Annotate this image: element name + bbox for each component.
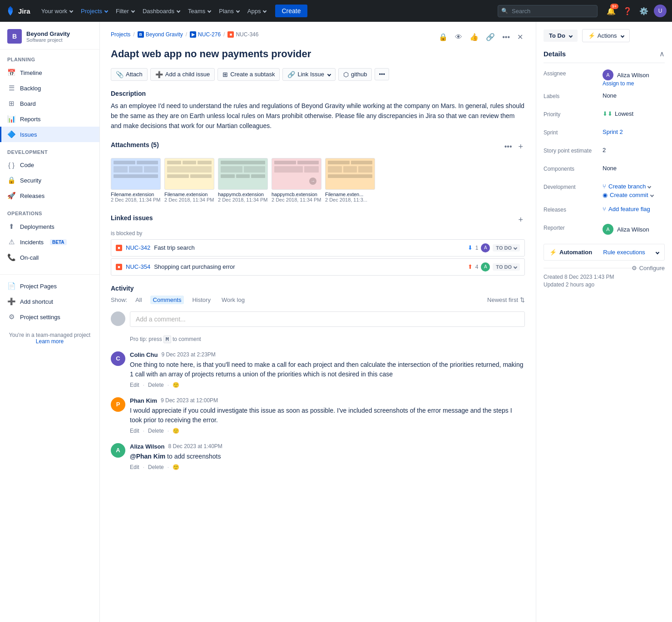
jira-logo[interactable]: Jira — [5, 6, 30, 16]
automation-header[interactable]: ⚡ Automation Rule executions — [544, 244, 664, 260]
sidebar: B Beyond Gravity Software project PLANNI… — [0, 22, 100, 622]
breadcrumb-beyond-gravity[interactable]: Beyond Gravity — [146, 31, 183, 38]
assignee-label: Assignee — [544, 69, 603, 77]
attachment-item[interactable]: Filename.exten... 2 Dec 2018, 11:3... — [325, 158, 375, 202]
app-layout: B Beyond Gravity Software project PLANNI… — [0, 22, 672, 622]
project-type: Software project — [26, 37, 70, 43]
breadcrumb-projects[interactable]: Projects — [111, 31, 130, 38]
story-points-value: 2 — [603, 147, 665, 153]
reporter-name: Aliza Wilson — [617, 226, 649, 233]
sidebar-item-security[interactable]: 🔒 Security — [0, 173, 99, 188]
sidebar-item-deployments[interactable]: ⬆ Deployments — [0, 219, 99, 234]
attachment-item[interactable]: Filename.extension 2 Dec 2018, 11:34 PM — [111, 158, 161, 202]
status-badge[interactable]: TO DO — [493, 263, 520, 271]
issue-meta: Created 8 Dec 2023 1:43 PM Updated 2 hou… — [544, 268, 665, 289]
thumbsup-icon[interactable]: 👍 — [468, 31, 480, 43]
link-issue-button[interactable]: 🔗 Link Issue — [282, 68, 336, 81]
attachment-item[interactable]: Filename.extension 2 Dec 2018, 11:34 PM — [164, 158, 214, 202]
nav-dashboards[interactable]: Dashboards — [139, 6, 183, 16]
lock-icon[interactable]: 🔒 — [437, 31, 450, 43]
react-comment-icon[interactable]: 🙂 — [173, 428, 179, 434]
delete-comment-link[interactable]: Delete — [148, 464, 164, 470]
filter-comments[interactable]: Comments — [150, 296, 184, 304]
sidebar-item-timeline[interactable]: 📅 Timeline — [0, 65, 99, 80]
delete-comment-link[interactable]: Delete — [148, 382, 164, 388]
sidebar-item-oncall[interactable]: 📞 On-call — [0, 250, 99, 265]
add-feature-flag-link[interactable]: ⑂ Add feature flag — [603, 206, 665, 212]
pages-icon: 📄 — [7, 282, 15, 290]
filter-history[interactable]: History — [189, 296, 213, 304]
rule-executions-link[interactable]: Rule executions — [603, 249, 645, 256]
nav-plans[interactable]: Plans — [215, 6, 243, 16]
action-buttons: 📎 Attach ➕ Add a child issue ⊞ Create a … — [111, 68, 525, 81]
notifications-icon[interactable]: 🔔 9+ — [605, 5, 618, 17]
github-button[interactable]: ⬡ github — [338, 68, 372, 81]
project-info: Beyond Gravity Software project — [26, 30, 70, 43]
eye-icon[interactable]: 👁 — [453, 31, 464, 43]
linked-issue-key[interactable]: NUC-342 — [126, 244, 150, 251]
share-icon[interactable]: 🔗 — [484, 31, 497, 43]
add-child-issue-button[interactable]: ➕ Add a child issue — [150, 68, 215, 81]
user-avatar[interactable]: U — [654, 5, 667, 17]
settings-icon[interactable]: ⚙️ — [637, 5, 650, 17]
nav-teams[interactable]: Teams — [184, 6, 214, 16]
sidebar-item-releases[interactable]: 🚀 Releases — [0, 188, 99, 203]
sprint-value[interactable]: Sprint 2 — [603, 128, 665, 135]
sidebar-item-project-settings[interactable]: ⚙ Project settings — [0, 309, 99, 325]
attachments-add-icon[interactable]: + — [516, 140, 525, 153]
main-content: Projects / B Beyond Gravity / ▶ NUC-276 … — [100, 22, 672, 622]
development-value: ⑂ Create branch ◉ Create commit — [603, 183, 665, 200]
react-comment-icon[interactable]: 🙂 — [173, 382, 179, 388]
attachment-item[interactable]: → happymcb.extension 2 Dec 2018, 11:34 P… — [272, 158, 321, 202]
attach-button[interactable]: 📎 Attach — [111, 68, 148, 81]
operations-section-label: OPERATIONS — [0, 203, 99, 219]
sidebar-item-code[interactable]: { } Code — [0, 158, 99, 173]
oncall-icon: 📞 — [7, 253, 15, 262]
status-button[interactable]: To Do — [544, 30, 578, 42]
assign-to-me-link[interactable]: Assign to me — [603, 80, 665, 87]
create-branch-link[interactable]: ⑂ Create branch — [603, 183, 665, 190]
flag-icon: ⑂ — [603, 206, 606, 212]
create-commit-link[interactable]: ◉ Create commit — [603, 192, 665, 198]
sidebar-item-issues[interactable]: 🔷 Issues — [0, 127, 99, 142]
sidebar-item-add-shortcut[interactable]: ➕ Add shortcut — [0, 294, 99, 309]
close-icon[interactable]: ✕ — [515, 31, 525, 43]
attachments-more-icon[interactable]: ••• — [503, 141, 514, 153]
more-options-icon[interactable]: ••• — [500, 31, 512, 43]
actions-button[interactable]: ⚡ Actions — [582, 29, 630, 42]
sidebar-item-reports[interactable]: 📊 Reports — [0, 111, 99, 127]
comment-avatar: C — [111, 351, 125, 366]
activity-sort[interactable]: Newest first ⇅ — [487, 296, 525, 303]
status-badge[interactable]: TO DO — [493, 244, 520, 252]
comment-header: Aliza Wilson 8 Dec 2023 at 1:40PM — [130, 443, 525, 450]
add-linked-issue-icon[interactable]: + — [516, 213, 525, 227]
edit-comment-link[interactable]: Edit — [130, 382, 139, 388]
comment-input[interactable]: Add a comment... — [130, 311, 525, 327]
sidebar-item-board[interactable]: ⊞ Board — [0, 96, 99, 111]
search-input[interactable] — [498, 5, 598, 17]
breadcrumb-nuc276[interactable]: NUC-276 — [198, 31, 221, 38]
nav-filter[interactable]: Filter — [112, 6, 138, 16]
nav-projects[interactable]: Projects — [77, 6, 111, 16]
create-subtask-button[interactable]: ⊞ Create a subtask — [217, 68, 280, 81]
attachment-item[interactable]: happymcb.extension 2 Dec 2018, 11:34 PM — [218, 158, 268, 202]
learn-more-link[interactable]: Learn more — [36, 338, 64, 345]
more-actions-button[interactable]: ••• — [375, 68, 389, 80]
sidebar-item-project-pages[interactable]: 📄 Project Pages — [0, 278, 99, 294]
create-button[interactable]: Create — [275, 5, 307, 17]
delete-comment-link[interactable]: Delete — [148, 428, 164, 434]
nav-apps[interactable]: Apps — [244, 6, 270, 16]
help-icon[interactable]: ❓ — [621, 5, 634, 17]
sidebar-item-incidents[interactable]: ⚠ Incidents BETA — [0, 234, 99, 250]
react-comment-icon[interactable]: 🙂 — [173, 464, 179, 470]
configure-link[interactable]: ⚙ Configure — [632, 265, 665, 272]
edit-comment-link[interactable]: Edit — [130, 428, 139, 434]
edit-comment-link[interactable]: Edit — [130, 464, 139, 470]
attachment-date: 2 Dec 2018, 11:34 PM — [111, 197, 161, 202]
sidebar-item-backlog[interactable]: ☰ Backlog — [0, 80, 99, 96]
linked-issue-key[interactable]: NUC-354 — [126, 263, 150, 270]
nav-your-work[interactable]: Your work — [38, 6, 76, 16]
filter-worklog[interactable]: Work log — [219, 296, 247, 304]
details-collapse-icon[interactable]: ∧ — [659, 49, 665, 58]
filter-all[interactable]: All — [133, 296, 144, 304]
